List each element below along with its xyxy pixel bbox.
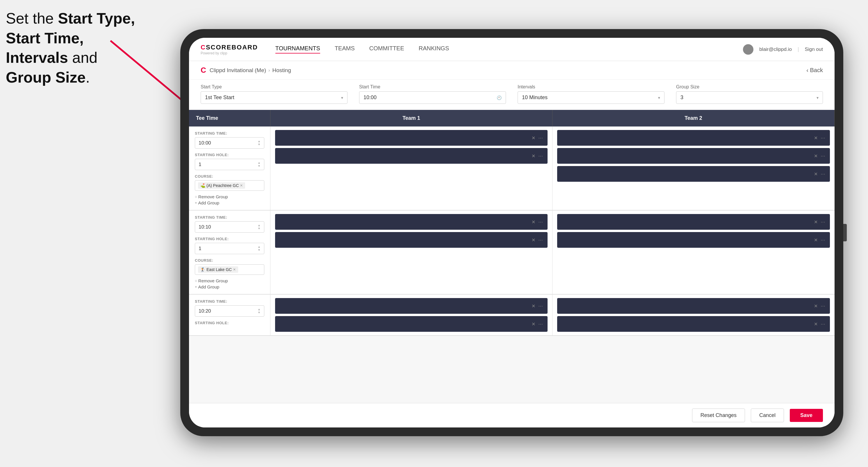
cancel-button[interactable]: Cancel xyxy=(751,409,784,422)
player-menu-icon10[interactable]: ⋯ xyxy=(538,303,543,309)
course-input-1[interactable]: ⛳ (A) Peachtree GC ✕ xyxy=(195,180,264,191)
time-spinner-2[interactable]: ▲ ▼ xyxy=(258,224,260,230)
starting-hole-input-1[interactable]: 1 ▲ ▼ xyxy=(195,159,264,170)
player-actions-2: ✕ ⋯ xyxy=(532,153,543,159)
player-actions-3: ✕ ⋯ xyxy=(814,135,825,141)
nav-committee[interactable]: COMMITTEE xyxy=(369,45,404,54)
starting-time-input-1[interactable]: 10:00 ▲ ▼ xyxy=(195,137,264,149)
start-type-label: Start Type xyxy=(200,84,347,90)
spin-up-icon5[interactable]: ▲ xyxy=(258,308,260,311)
player-row-2-1: ✕ ⋯ xyxy=(557,130,830,146)
hole-spinner-1[interactable]: ▲ ▼ xyxy=(258,161,260,167)
intervals-label: Intervals xyxy=(518,84,664,90)
player-x-icon13[interactable]: ✕ xyxy=(814,321,818,327)
player-actions-10: ✕ ⋯ xyxy=(532,303,543,309)
nav-teams[interactable]: TEAMS xyxy=(335,45,355,54)
player-x-icon3[interactable]: ✕ xyxy=(814,135,818,141)
player-menu-icon3[interactable]: ⋯ xyxy=(820,135,825,141)
breadcrumb-separator: › xyxy=(269,68,270,73)
starting-time-val-1: 10:00 xyxy=(198,140,211,146)
start-type-field: Start Type 1st Tee Start ▾ xyxy=(200,84,347,104)
group-left-1: STARTING TIME: 10:00 ▲ ▼ STARTING HOLE: … xyxy=(189,126,271,210)
player-x-icon7[interactable]: ✕ xyxy=(532,237,535,243)
player-menu-icon7[interactable]: ⋯ xyxy=(538,237,543,243)
group-size-select[interactable]: 3 ▾ xyxy=(676,91,823,104)
player-menu-icon13[interactable]: ⋯ xyxy=(820,321,825,327)
sign-out-link[interactable]: Sign out xyxy=(805,46,823,52)
starting-hole-val-2: 1 xyxy=(198,246,201,252)
player-actions-1: ✕ ⋯ xyxy=(532,135,543,141)
breadcrumb-section: Hosting xyxy=(272,67,291,73)
spin-down-icon3[interactable]: ▼ xyxy=(258,227,260,230)
player-x-icon2[interactable]: ✕ xyxy=(532,153,535,159)
spin-up-icon3[interactable]: ▲ xyxy=(258,224,260,227)
time-spinner-1[interactable]: ▲ ▼ xyxy=(258,140,260,146)
intervals-field: Intervals 10 Minutes ▾ xyxy=(518,84,664,104)
player-menu-icon12[interactable]: ⋯ xyxy=(820,303,825,309)
player-menu-icon[interactable]: ⋯ xyxy=(538,135,543,141)
intervals-select[interactable]: 10 Minutes ▾ xyxy=(518,91,664,104)
back-button[interactable]: ‹ Back xyxy=(806,67,823,73)
starting-time-input-2[interactable]: 10:10 ▲ ▼ xyxy=(195,221,264,232)
player-x-icon4[interactable]: ✕ xyxy=(814,153,818,159)
starting-time-label-3: STARTING TIME: xyxy=(195,299,264,304)
spin-down-icon5[interactable]: ▼ xyxy=(258,311,260,314)
spin-down-icon4[interactable]: ▼ xyxy=(258,249,260,252)
player-x-icon10[interactable]: ✕ xyxy=(532,303,535,309)
logo: C SCOREBOARD Powered by clipp xyxy=(200,43,258,55)
player-x-icon[interactable]: ✕ xyxy=(532,135,535,141)
player-x-icon6[interactable]: ✕ xyxy=(532,219,535,225)
starting-time-input-3[interactable]: 10:20 ▲ ▼ xyxy=(195,305,264,317)
spin-up-icon[interactable]: ▲ xyxy=(258,140,260,143)
add-group-link-1[interactable]: + Add Group xyxy=(195,200,264,205)
player-x-icon11[interactable]: ✕ xyxy=(532,321,535,327)
add-icon2: + xyxy=(195,285,197,289)
spin-down-icon2[interactable]: ▼ xyxy=(258,164,260,167)
group-row-3: STARTING TIME: 10:20 ▲ ▼ STARTING HOLE: xyxy=(189,294,835,336)
player-x-icon5[interactable]: ✕ xyxy=(814,171,818,177)
remove-group-link-1[interactable]: ○ Remove Group xyxy=(195,194,264,199)
group-actions-2: ○ Remove Group + Add Group xyxy=(195,278,264,289)
spin-down-icon[interactable]: ▼ xyxy=(258,143,260,146)
tablet-side-button xyxy=(843,224,847,241)
player-menu-icon5[interactable]: ⋯ xyxy=(820,171,825,177)
player-menu-icon2[interactable]: ⋯ xyxy=(538,153,543,159)
start-time-value: 10:00 xyxy=(364,94,377,101)
team2-cell-3: ✕ ⋯ ✕ ⋯ xyxy=(553,294,835,335)
nav-right: blair@clippd.io | Sign out xyxy=(743,44,823,55)
player-row-5-2: ✕ ⋯ xyxy=(275,316,548,332)
back-arrow-icon: ‹ xyxy=(806,67,810,73)
time-spinner-3[interactable]: ▲ ▼ xyxy=(258,308,260,314)
player-menu-icon9[interactable]: ⋯ xyxy=(820,237,825,243)
player-x-icon12[interactable]: ✕ xyxy=(814,303,818,309)
starting-time-val-2: 10:10 xyxy=(198,224,211,230)
remove-course-icon[interactable]: ✕ xyxy=(240,184,243,188)
player-row-3-1: ✕ ⋯ xyxy=(275,214,548,230)
reset-changes-button[interactable]: Reset Changes xyxy=(692,409,745,422)
nav-tournaments[interactable]: TOURNAMENTS xyxy=(275,45,320,54)
player-x-icon8[interactable]: ✕ xyxy=(814,219,818,225)
group-row-1: STARTING TIME: 10:00 ▲ ▼ STARTING HOLE: … xyxy=(189,126,835,211)
player-menu-icon6[interactable]: ⋯ xyxy=(538,219,543,225)
spin-up-icon2[interactable]: ▲ xyxy=(258,161,260,164)
remove-course-icon2[interactable]: ✕ xyxy=(233,268,236,272)
remove-group-link-2[interactable]: ○ Remove Group xyxy=(195,278,264,283)
start-type-select[interactable]: 1st Tee Start ▾ xyxy=(200,91,347,104)
course-input-2[interactable]: 🏌 East Lake GC ✕ xyxy=(195,264,264,275)
save-button[interactable]: Save xyxy=(790,409,823,422)
spin-up-icon4[interactable]: ▲ xyxy=(258,245,260,248)
breadcrumb-tournament[interactable]: Clippd Invitational (Me) xyxy=(210,67,266,73)
starting-hole-input-2[interactable]: 1 ▲ ▼ xyxy=(195,243,264,254)
nav-rankings[interactable]: RANKINGS xyxy=(419,45,449,54)
player-row-4-1: ✕ ⋯ xyxy=(557,214,830,230)
start-time-select[interactable]: 10:00 🕙 xyxy=(359,91,506,104)
hole-spinner-2[interactable]: ▲ ▼ xyxy=(258,245,260,252)
player-menu-icon4[interactable]: ⋯ xyxy=(820,153,825,159)
add-group-link-2[interactable]: + Add Group xyxy=(195,284,264,289)
player-menu-icon8[interactable]: ⋯ xyxy=(820,219,825,225)
schedule-table: Tee Time Team 1 Team 2 STARTING TIME: 10… xyxy=(189,110,835,403)
annotation-text: Set the Start Type,Start Time,Intervals … xyxy=(6,9,163,87)
player-x-icon9[interactable]: ✕ xyxy=(814,237,818,243)
player-menu-icon11[interactable]: ⋯ xyxy=(538,321,543,327)
team1-header: Team 1 xyxy=(271,110,553,126)
